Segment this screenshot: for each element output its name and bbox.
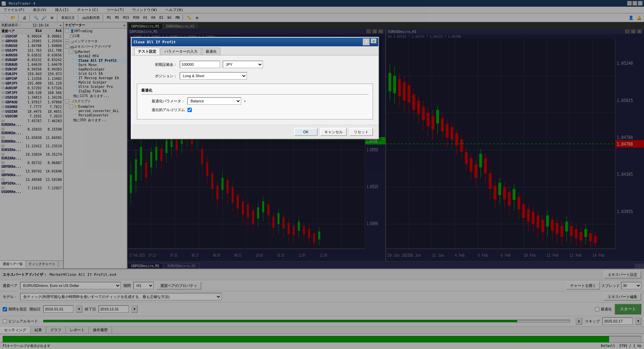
dialog-help-btn[interactable]: ? xyxy=(363,39,370,45)
optimize-param-row: 最適化パラメータ： Balance Profit Drawdown Trades… xyxy=(141,97,369,105)
currency-select[interactable]: JPY xyxy=(223,61,263,68)
balance-label: 初期証拠金： xyxy=(137,62,177,67)
dialog-close-btn[interactable]: ✕ xyxy=(371,39,376,43)
dropdown-arrow-icon: ▼ xyxy=(244,99,246,103)
balance-row: 初期証拠金： JPY xyxy=(137,61,373,68)
position-row: ポジション： Long & Short Long only Short only xyxy=(137,72,373,80)
dlg-tab-optimize[interactable]: 最適化 xyxy=(202,48,220,55)
dlg-tab-test[interactable]: テスト設定 xyxy=(134,48,160,55)
opt-param-label: 最適化パラメータ： xyxy=(141,99,185,104)
balance-input[interactable] xyxy=(180,61,220,68)
dialog-footer: OK キャンセル リセット xyxy=(131,125,378,139)
dialog-content: 初期証拠金： JPY ポジション： Long & Short Long only… xyxy=(131,55,378,125)
opt-param-select[interactable]: Balance Profit Drawdown Trades xyxy=(187,97,241,105)
cancel-btn[interactable]: キャンセル xyxy=(320,128,347,136)
position-select[interactable]: Long & Short Long only Short only xyxy=(180,72,247,80)
dialog-title-btns: ? ✕ xyxy=(363,39,376,45)
dialog: Close All If Profit ? ✕ テスト設定 パラメーターの入力 … xyxy=(131,37,379,139)
optimize-section: 最適化 最適化パラメータ： Balance Profit Drawdown Tr… xyxy=(137,84,373,119)
position-label: ポジション： xyxy=(137,73,177,79)
dialog-title: Close All If Profit xyxy=(133,40,176,44)
optimize-section-title: 最適化 xyxy=(141,88,369,95)
genetic-algo-row: 遺伝的アルゴリズム xyxy=(141,107,369,112)
genetic-algo-checkbox[interactable] xyxy=(187,108,192,112)
reset-btn[interactable]: リセット xyxy=(350,128,373,136)
ok-btn[interactable]: OK xyxy=(294,128,318,136)
dialog-overlay: Close All If Profit ? ✕ テスト設定 パラメーターの入力 … xyxy=(0,0,644,349)
dialog-tabs: テスト設定 パラメーターの入力 最適化 xyxy=(131,46,378,55)
genetic-label: 遺伝的アルゴリズム xyxy=(141,107,185,112)
dialog-titlebar[interactable]: Close All If Profit ? ✕ xyxy=(131,38,378,46)
dlg-tab-params[interactable]: パラメーターの入力 xyxy=(161,48,201,55)
